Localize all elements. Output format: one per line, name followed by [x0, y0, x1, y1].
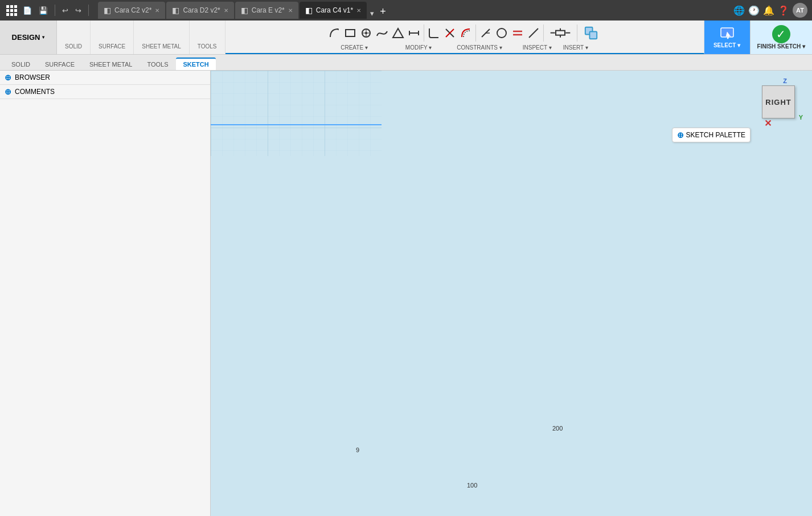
create-label[interactable]: CREATE ▾ — [341, 44, 368, 51]
undo-icon[interactable]: ↩ — [60, 5, 71, 16]
dim-200: 200 — [552, 425, 563, 432]
insert-placeholder — [580, 25, 602, 41]
sketch-palette[interactable]: ⊕ SKETCH PALETTE — [672, 128, 751, 142]
trim-tool-btn[interactable] — [442, 26, 457, 40]
tab-close-cara-c2[interactable]: ✕ — [155, 7, 159, 14]
browser-item[interactable]: ⊕ BROWSER — [0, 71, 210, 85]
viewport-cube[interactable]: Z RIGHT Y ✕ — [757, 77, 803, 129]
tab-solid[interactable]: SOLID — [5, 59, 37, 70]
tab-close-cara-e[interactable]: ✕ — [288, 7, 293, 14]
tools-label[interactable]: TOOLS — [198, 43, 217, 50]
select-icon — [719, 26, 735, 42]
grid-icon[interactable] — [5, 3, 18, 17]
viewport-face[interactable]: RIGHT — [762, 85, 795, 118]
tab-cara-c2[interactable]: ◧ Cara C2 v2* ✕ — [98, 2, 165, 19]
tool-separator-2 — [475, 24, 476, 42]
svg-rect-2 — [14, 5, 17, 8]
bell-icon[interactable]: 🔔 — [763, 5, 774, 16]
x-axis-label: ✕ — [764, 118, 772, 129]
svg-rect-7 — [10, 13, 13, 16]
user-avatar[interactable]: AT — [793, 3, 807, 18]
sheet-metal-label[interactable]: SHEET METAL — [142, 43, 181, 50]
svg-rect-0 — [6, 5, 9, 8]
svg-rect-32 — [589, 31, 597, 39]
grid-background: 20 — [211, 71, 382, 156]
design-button[interactable]: DESIGN ▾ — [0, 21, 57, 54]
insert-label[interactable]: INSERT ▾ — [563, 44, 588, 51]
finish-sketch-btn[interactable]: ✓ FINISH SKETCH ▾ — [750, 21, 812, 54]
design-chevron: ▾ — [42, 35, 44, 40]
titlebar: 📄 💾 ↩ ↪ ◧ Cara C2 v2* ✕ ◧ Cara D2 v2* ✕ … — [0, 0, 812, 21]
help-icon[interactable]: ❓ — [778, 5, 789, 16]
svg-rect-36 — [211, 71, 382, 156]
tab-icon-cara-c4: ◧ — [305, 6, 313, 15]
browser-label: BROWSER — [15, 73, 50, 81]
surface-label[interactable]: SURFACE — [99, 43, 125, 50]
svg-rect-8 — [14, 13, 17, 16]
tab-tools[interactable]: TOOLS — [140, 59, 175, 70]
circle-tool-btn[interactable] — [494, 26, 509, 40]
tab-surface[interactable]: SURFACE — [38, 59, 81, 70]
comments-item[interactable]: ⊕ COMMENTS — [0, 85, 210, 99]
modify-label[interactable]: MODIFY ▾ — [405, 44, 432, 51]
inspect-label[interactable]: INSPECT ▾ — [523, 44, 552, 51]
svg-rect-30 — [556, 31, 565, 35]
solid-label[interactable]: SOLID — [65, 43, 82, 50]
svg-rect-1 — [10, 5, 13, 8]
select-label: SELECT ▾ — [713, 42, 740, 48]
save-icon[interactable]: 💾 — [36, 5, 50, 16]
search-online-icon[interactable]: 🌐 — [733, 5, 745, 16]
toolbar-section-sketch: CREATE ▾ MODIFY ▾ CONSTRAINTS ▾ INSPECT … — [225, 21, 704, 54]
offset-tool-btn[interactable] — [458, 26, 473, 40]
separator — [55, 5, 55, 16]
comments-label: COMMENTS — [15, 88, 55, 96]
sketch-sublabels: CREATE ▾ MODIFY ▾ CONSTRAINTS ▾ INSPECT … — [341, 44, 588, 51]
toolbar-section-surface: SURFACE — [91, 21, 134, 54]
spline-tool-btn[interactable] — [375, 26, 389, 40]
tool-separator-1 — [424, 24, 424, 42]
tab-cara-d2[interactable]: ◧ Cara D2 v2* ✕ — [166, 2, 233, 19]
constraints-label[interactable]: CONSTRAINTS ▾ — [457, 44, 502, 51]
rectangle-tool-btn[interactable] — [343, 26, 358, 40]
tab-cara-e[interactable]: ◧ Cara E v2* ✕ — [235, 2, 298, 19]
z-axis-label: Z — [783, 77, 787, 84]
dimension-tool-btn[interactable] — [407, 26, 421, 40]
sketch-tools — [327, 23, 602, 43]
redo-icon[interactable]: ↪ — [73, 5, 84, 16]
toolbar-section-tools: TOOLS — [190, 21, 225, 54]
triangle-tool-btn[interactable] — [391, 26, 405, 40]
new-tab-dropdown[interactable]: ▾ — [368, 8, 376, 19]
svg-point-22 — [497, 28, 506, 38]
main-layout: ⊕ BROWSER ⊕ COMMENTS — [0, 71, 812, 516]
tab-close-cara-d2[interactable]: ✕ — [224, 7, 228, 14]
tab-close-cara-c4[interactable]: ✕ — [356, 7, 361, 14]
dim-100: 100 — [467, 482, 477, 489]
diagonal-line-btn[interactable] — [526, 26, 541, 40]
svg-rect-9 — [346, 30, 355, 36]
equal-tool-btn[interactable] — [510, 26, 525, 40]
comments-plus-icon: ⊕ — [5, 87, 11, 96]
tab-sheet-metal[interactable]: SHEET METAL — [83, 59, 139, 70]
fillet-tool-btn[interactable] — [426, 26, 441, 40]
sketch-palette-label: SKETCH PALETTE — [686, 131, 745, 139]
line-tool-btn[interactable] — [478, 26, 493, 40]
tabs-area: ◧ Cara C2 v2* ✕ ◧ Cara D2 v2* ✕ ◧ Cara E… — [98, 2, 731, 19]
finish-sketch-label: FINISH SKETCH ▾ — [757, 43, 805, 50]
toolbar-section-solid: SOLID — [57, 21, 91, 54]
add-tab-btn[interactable]: + — [378, 5, 388, 19]
tab-icon-cara-e: ◧ — [241, 6, 248, 15]
arc-tool-btn[interactable] — [327, 26, 342, 40]
file-icon[interactable]: 📄 — [20, 5, 34, 16]
tool-separator-3 — [543, 24, 544, 42]
svg-line-25 — [529, 28, 538, 38]
svg-rect-3 — [6, 9, 9, 12]
toolbar: DESIGN ▾ SOLID SURFACE SHEET METAL TOOLS — [0, 21, 812, 55]
tab-sketch[interactable]: SKETCH — [176, 58, 215, 70]
circle-point-tool-btn[interactable] — [359, 26, 374, 40]
y-axis-label: Y — [799, 114, 803, 121]
tab-cara-c4[interactable]: ◧ Cara C4 v1* ✕ — [300, 2, 367, 19]
select-toolbar-btn[interactable]: SELECT ▾ — [704, 21, 750, 54]
toolbar-section-sheet-metal: SHEET METAL — [134, 21, 190, 54]
canvas-area[interactable]: 20 200 9 100 Z RIGHT Y ✕ ⊕ SKETCH PALETT… — [211, 71, 812, 516]
clock-icon[interactable]: 🕐 — [748, 5, 760, 16]
